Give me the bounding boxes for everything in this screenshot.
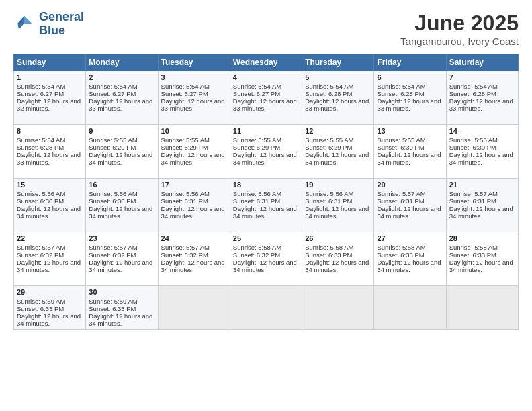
day-number-26: 26 [305, 234, 371, 242]
day-cell-7: 7 Sunrise: 5:54 AM Sunset: 6:28 PM Dayli… [446, 71, 518, 125]
day-number-17: 17 [161, 181, 227, 189]
day-number-21: 21 [449, 181, 515, 189]
daylight-label-5: Daylight: 12 hours and 33 minutes. [305, 97, 369, 112]
sunrise-20: Sunrise: 5:57 AM [377, 190, 425, 197]
daylight-label-26: Daylight: 12 hours and 34 minutes. [305, 259, 369, 273]
daylight-label-18: Daylight: 12 hours and 34 minutes. [233, 205, 297, 220]
sunset-9: Sunset: 6:29 PM [89, 144, 136, 151]
day-number-6: 6 [377, 73, 443, 81]
col-sunday: Sunday [14, 54, 86, 71]
daylight-label-13: Daylight: 12 hours and 34 minutes. [377, 151, 441, 166]
day-cell-30: 30 Sunrise: 5:59 AM Sunset: 6:33 PM Dayl… [86, 286, 158, 330]
day-number-30: 30 [89, 288, 154, 296]
day-number-14: 14 [449, 127, 515, 135]
sunset-6: Sunset: 6:28 PM [377, 90, 424, 97]
sunset-17: Sunset: 6:31 PM [161, 197, 208, 205]
week-row-5: 29 Sunrise: 5:59 AM Sunset: 6:33 PM Dayl… [14, 286, 519, 330]
week-row-2: 8 Sunrise: 5:54 AM Sunset: 6:28 PM Dayli… [14, 125, 519, 179]
day-cell-28: 28 Sunrise: 5:58 AM Sunset: 6:33 PM Dayl… [446, 232, 518, 286]
sunrise-3: Sunrise: 5:54 AM [161, 83, 210, 90]
day-cell-14: 14 Sunrise: 5:55 AM Sunset: 6:30 PM Dayl… [446, 125, 518, 179]
col-wednesday: Wednesday [230, 54, 302, 71]
logo: General Blue [13, 11, 84, 38]
day-cell-23: 23 Sunrise: 5:57 AM Sunset: 6:32 PM Dayl… [86, 232, 158, 286]
sunrise-13: Sunrise: 5:55 AM [377, 136, 425, 144]
empty-cell [446, 286, 518, 330]
page: General Blue June 2025 Tangamourou, Ivor… [0, 0, 532, 411]
sunrise-11: Sunrise: 5:55 AM [233, 136, 281, 144]
day-number-23: 23 [89, 234, 154, 242]
daylight-label-19: Daylight: 12 hours and 34 minutes. [305, 205, 369, 220]
sunset-1: Sunset: 6:27 PM [17, 90, 64, 97]
sunset-5: Sunset: 6:28 PM [305, 90, 352, 97]
daylight-label-2: Daylight: 12 hours and 33 minutes. [89, 97, 152, 112]
day-number-24: 24 [161, 234, 227, 242]
day-number-2: 2 [89, 73, 154, 81]
daylight-label-8: Daylight: 12 hours and 33 minutes. [17, 151, 81, 166]
col-saturday: Saturday [446, 54, 518, 71]
day-cell-16: 16 Sunrise: 5:56 AM Sunset: 6:30 PM Dayl… [86, 179, 158, 232]
day-number-20: 20 [377, 181, 443, 189]
daylight-label-20: Daylight: 12 hours and 34 minutes. [377, 205, 441, 220]
sunrise-18: Sunrise: 5:56 AM [233, 190, 281, 197]
sunrise-22: Sunrise: 5:57 AM [17, 244, 65, 251]
sunset-13: Sunset: 6:30 PM [377, 144, 424, 151]
day-number-7: 7 [449, 73, 515, 81]
sunrise-2: Sunrise: 5:54 AM [89, 83, 137, 90]
sunset-27: Sunset: 6:33 PM [377, 251, 424, 259]
sunset-10: Sunset: 6:29 PM [161, 144, 208, 151]
sunrise-14: Sunrise: 5:55 AM [449, 136, 498, 144]
sunset-8: Sunset: 6:28 PM [17, 144, 64, 151]
daylight-label-17: Daylight: 12 hours and 34 minutes. [161, 205, 225, 220]
day-number-12: 12 [305, 127, 371, 135]
day-number-25: 25 [233, 234, 299, 242]
daylight-label-6: Daylight: 12 hours and 33 minutes. [377, 97, 441, 112]
sunrise-8: Sunrise: 5:54 AM [17, 136, 65, 144]
day-number-8: 8 [17, 127, 83, 135]
day-cell-25: 25 Sunrise: 5:58 AM Sunset: 6:32 PM Dayl… [230, 232, 302, 286]
daylight-label-7: Daylight: 12 hours and 33 minutes. [449, 97, 513, 112]
day-cell-8: 8 Sunrise: 5:54 AM Sunset: 6:28 PM Dayli… [14, 125, 86, 179]
week-row-3: 15 Sunrise: 5:56 AM Sunset: 6:30 PM Dayl… [14, 179, 519, 232]
sunrise-1: Sunrise: 5:54 AM [17, 83, 65, 90]
sunset-22: Sunset: 6:32 PM [17, 251, 64, 259]
day-cell-3: 3 Sunrise: 5:54 AM Sunset: 6:27 PM Dayli… [158, 71, 230, 125]
daylight-label-30: Daylight: 12 hours and 34 minutes. [89, 312, 152, 327]
day-number-15: 15 [17, 181, 83, 189]
day-cell-27: 27 Sunrise: 5:58 AM Sunset: 6:33 PM Dayl… [374, 232, 446, 286]
sunrise-15: Sunrise: 5:56 AM [17, 190, 65, 197]
day-cell-26: 26 Sunrise: 5:58 AM Sunset: 6:33 PM Dayl… [302, 232, 374, 286]
logo-icon [13, 13, 35, 35]
day-cell-13: 13 Sunrise: 5:55 AM Sunset: 6:30 PM Dayl… [374, 125, 446, 179]
sunrise-30: Sunrise: 5:59 AM [89, 298, 137, 305]
empty-cell [374, 286, 446, 330]
day-number-4: 4 [233, 73, 299, 81]
day-cell-22: 22 Sunrise: 5:57 AM Sunset: 6:32 PM Dayl… [14, 232, 86, 286]
daylight-label-22: Daylight: 12 hours and 34 minutes. [17, 259, 81, 273]
daylight-label-27: Daylight: 12 hours and 34 minutes. [377, 259, 441, 273]
sunrise-4: Sunrise: 5:54 AM [233, 83, 281, 90]
day-cell-19: 19 Sunrise: 5:56 AM Sunset: 6:31 PM Dayl… [302, 179, 374, 232]
daylight-label-14: Daylight: 12 hours and 34 minutes. [449, 151, 513, 166]
sunrise-5: Sunrise: 5:54 AM [305, 83, 353, 90]
week-row-1: 1 Sunrise: 5:54 AM Sunset: 6:27 PM Dayli… [14, 71, 519, 125]
daylight-label-4: Daylight: 12 hours and 33 minutes. [233, 97, 297, 112]
col-thursday: Thursday [302, 54, 374, 71]
subtitle: Tangamourou, Ivory Coast [400, 36, 519, 47]
sunrise-9: Sunrise: 5:55 AM [89, 136, 137, 144]
sunrise-10: Sunrise: 5:55 AM [161, 136, 210, 144]
logo-text: General Blue [39, 11, 84, 38]
day-cell-20: 20 Sunrise: 5:57 AM Sunset: 6:31 PM Dayl… [374, 179, 446, 232]
sunrise-17: Sunrise: 5:56 AM [161, 190, 210, 197]
empty-cell [302, 286, 374, 330]
empty-cell [230, 286, 302, 330]
daylight-label-29: Daylight: 12 hours and 34 minutes. [17, 312, 81, 327]
sunset-12: Sunset: 6:29 PM [305, 144, 352, 151]
daylight-label-25: Daylight: 12 hours and 34 minutes. [233, 259, 297, 273]
sunrise-24: Sunrise: 5:57 AM [161, 244, 210, 251]
daylight-label-10: Daylight: 12 hours and 34 minutes. [161, 151, 225, 166]
day-number-19: 19 [305, 181, 371, 189]
col-monday: Monday [86, 54, 158, 71]
sunset-29: Sunset: 6:33 PM [17, 305, 64, 312]
daylight-label-9: Daylight: 12 hours and 34 minutes. [89, 151, 152, 166]
